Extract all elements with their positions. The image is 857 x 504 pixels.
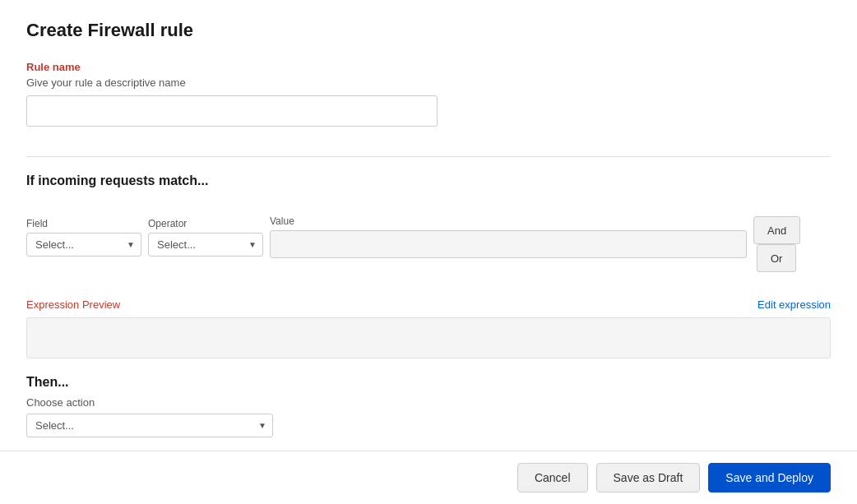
value-col-label: Value (270, 215, 747, 227)
value-input[interactable] (270, 230, 747, 258)
field-select[interactable]: Select... (26, 233, 141, 257)
value-col: Value (270, 215, 747, 258)
or-button[interactable]: Or (757, 244, 796, 272)
expression-preview-box (26, 317, 831, 358)
page-container: Create Firewall rule Rule name Give your… (0, 0, 857, 504)
cancel-button[interactable]: Cancel (517, 463, 588, 492)
operator-col: Operator Select... ▼ (148, 218, 263, 257)
edit-expression-link[interactable]: Edit expression (757, 298, 831, 311)
rule-name-input[interactable] (26, 95, 438, 127)
incoming-heading: If incoming requests match... (26, 173, 831, 188)
logic-col: And Or (753, 216, 831, 272)
rule-name-section: Rule name Give your rule a descriptive n… (26, 61, 831, 127)
choose-action-label: Choose action (26, 396, 831, 409)
divider-1 (26, 156, 831, 157)
field-col: Field Select... ▼ (26, 218, 141, 257)
save-draft-button[interactable]: Save as Draft (596, 463, 701, 492)
action-select-wrapper: Select... ▼ (26, 414, 273, 437)
expression-row: Expression Preview Edit expression (26, 298, 831, 311)
field-select-wrapper: Select... ▼ (26, 233, 141, 257)
then-heading: Then... (26, 375, 831, 390)
expression-label: Expression Preview (26, 298, 120, 311)
save-deploy-button[interactable]: Save and Deploy (708, 463, 831, 492)
operator-col-label: Operator (148, 218, 263, 229)
footer: Cancel Save as Draft Save and Deploy (0, 451, 857, 504)
incoming-section: If incoming requests match... Field Sele… (26, 173, 831, 285)
rule-name-label: Rule name (26, 61, 831, 73)
and-button[interactable]: And (753, 216, 800, 244)
field-col-label: Field (26, 218, 141, 229)
filter-row: Field Select... ▼ Operator Select... ▼ (26, 201, 831, 272)
operator-select[interactable]: Select... (148, 233, 263, 257)
operator-select-wrapper: Select... ▼ (148, 233, 263, 257)
then-section: Then... Choose action Select... ▼ (26, 375, 831, 437)
rule-name-hint: Give your rule a descriptive name (26, 76, 831, 89)
page-title: Create Firewall rule (26, 20, 831, 41)
action-select[interactable]: Select... (26, 414, 273, 437)
